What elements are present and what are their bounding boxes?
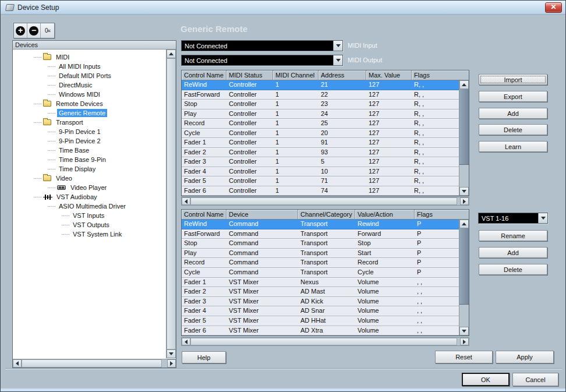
tree-item-vst-audiobay[interactable]: VST Audiobay [13, 192, 166, 202]
apply-button[interactable]: Apply [496, 351, 554, 363]
table-vertical-scrollbar[interactable] [459, 80, 469, 196]
table-row-fader-3[interactable]: Fader 3Controller15127R, , [182, 157, 459, 167]
scrollbar-thumb[interactable] [167, 58, 176, 349]
add-device-button[interactable]: + [14, 23, 27, 38]
bank-delete-button[interactable]: Delete [479, 264, 547, 275]
column-header-device[interactable]: Device [227, 210, 298, 220]
table-row-rewind[interactable]: ReWindController121127R, , [182, 80, 459, 90]
tree-item-time-display[interactable]: Time Display [13, 164, 166, 174]
table-row-stop[interactable]: StopCommandTransportStopP [182, 239, 459, 249]
midi-input-select[interactable]: Not Connected [181, 40, 343, 51]
scrollbar-thumb[interactable] [459, 89, 469, 165]
column-header-channel-category[interactable]: Channel/Category [298, 210, 355, 220]
scrollbar-thumb[interactable] [190, 338, 457, 345]
close-button[interactable]: ✕ [545, 2, 562, 13]
scroll-left-button[interactable] [182, 197, 190, 205]
tree-item-windows-midi[interactable]: Windows MIDI [13, 90, 166, 99]
tree-item-vst-outputs[interactable]: VST Outputs [13, 220, 166, 229]
scroll-right-button[interactable] [460, 197, 469, 205]
midi-mapping-horizontal-scrollbar[interactable] [181, 197, 469, 206]
scrollbar-track[interactable] [459, 165, 469, 187]
bank-rename-button[interactable]: Rename [479, 230, 547, 241]
scroll-up-button[interactable] [459, 220, 469, 228]
table-vertical-scrollbar[interactable] [459, 220, 469, 336]
help-button[interactable]: Help [182, 351, 226, 363]
table-row-fader-6[interactable]: Fader 6VST MixerAD XtraVolume, , [182, 326, 459, 336]
scrollbar-track[interactable] [459, 305, 469, 327]
column-header-flags[interactable]: Flags [412, 70, 469, 80]
table-row-fader-1[interactable]: Fader 1VST MixerNexusVolume, , [182, 278, 459, 288]
bank-select[interactable]: VST 1-16 [478, 213, 548, 224]
table-row-fader-2[interactable]: Fader 2Controller193127R, , [182, 148, 459, 158]
column-header-control-name[interactable]: Control Name [182, 210, 227, 220]
table-row-fader-5[interactable]: Fader 5Controller171127R, , [182, 176, 459, 186]
table-row-stop[interactable]: StopController123127R, , [182, 100, 459, 110]
table-row-fader-5[interactable]: Fader 5VST MixerAD HHatVolume, , [182, 316, 459, 326]
export-button[interactable]: Export [479, 91, 547, 102]
scroll-right-button[interactable] [460, 338, 469, 345]
bank-add-button[interactable]: Add [479, 247, 547, 258]
table-row-fader-3[interactable]: Fader 3VST MixerAD KickVolume, , [182, 297, 459, 307]
add-button[interactable]: Add [479, 108, 547, 119]
scrollbar-thumb[interactable] [190, 197, 457, 205]
tree-item-time-base-9-pin[interactable]: Time Base 9-Pin [13, 155, 166, 164]
column-header-control-name[interactable]: Control Name [182, 70, 227, 80]
table-row-fader-6[interactable]: Fader 6Controller174127R, , [182, 186, 459, 196]
table-row-fader-1[interactable]: Fader 1Controller191127R, , [182, 138, 459, 148]
scroll-down-button[interactable] [167, 349, 176, 358]
control-assignment-horizontal-scrollbar[interactable] [181, 337, 469, 346]
tree-item-vst-inputs[interactable]: VST Inputs [13, 211, 166, 220]
scroll-right-button[interactable] [167, 359, 176, 368]
table-row-fader-2[interactable]: Fader 2VST MixerAD MastVolume, , [182, 287, 459, 297]
learn-button[interactable]: Learn [479, 141, 547, 152]
table-row-cycle[interactable]: CycleController120127R, , [182, 129, 459, 139]
tree-item-9-pin-device-1[interactable]: 9-Pin Device 1 [13, 127, 166, 136]
chevron-down-icon[interactable] [333, 55, 342, 65]
tree-item-vst-system-link[interactable]: VST System Link [13, 229, 166, 239]
tree-item-transport[interactable]: Transport [13, 118, 166, 127]
chevron-down-icon[interactable] [538, 213, 547, 223]
collapse-tree-button[interactable]: 0« [41, 23, 54, 38]
table-row-rewind[interactable]: ReWindCommandTransportRewindP [182, 220, 459, 229]
column-header-max-value[interactable]: Max. Value [366, 70, 412, 80]
column-header-midi-status[interactable]: MIDI Status [227, 70, 273, 80]
column-header-midi-channel[interactable]: MIDI Channel [273, 70, 319, 80]
tree-item-generic-remote[interactable]: Generic Remote [13, 108, 166, 118]
remove-device-button[interactable]: − [27, 23, 41, 38]
scroll-down-button[interactable] [459, 327, 469, 336]
table-row-cycle[interactable]: CycleCommandTransportCycleP [182, 268, 459, 278]
device-tree-vertical-scrollbar[interactable] [166, 50, 176, 358]
scrollbar-thumb[interactable] [22, 359, 162, 368]
midi-output-select[interactable]: Not Connected [181, 55, 343, 66]
column-header-address[interactable]: Address [319, 70, 366, 80]
scroll-up-button[interactable] [459, 80, 469, 89]
device-tree-horizontal-scrollbar[interactable] [13, 359, 176, 368]
table-row-play[interactable]: PlayCommandTransportStartP [182, 249, 459, 259]
tree-item-time-base[interactable]: Time Base [13, 146, 166, 155]
scrollbar-track[interactable] [162, 359, 167, 368]
scroll-up-button[interactable] [167, 50, 176, 58]
table-row-play[interactable]: PlayController124127R, , [182, 110, 459, 119]
tree-item-default-midi-ports[interactable]: Default MIDI Ports [13, 71, 166, 80]
table-row-fader-4[interactable]: Fader 4Controller110127R, , [182, 167, 459, 177]
tree-item-remote-devices[interactable]: Remote Devices [13, 99, 166, 108]
table-row-fader-4[interactable]: Fader 4VST MixerAD SnarVolume, , [182, 306, 459, 316]
import-button[interactable]: Import [479, 74, 547, 85]
delete-button[interactable]: Delete [479, 124, 547, 135]
reset-button[interactable]: Reset [435, 351, 493, 363]
tree-item-midi[interactable]: MIDI [13, 52, 166, 62]
tree-item-asio-multimedia-driver[interactable]: ASIO Multimedia Driver [13, 202, 166, 211]
scroll-left-button[interactable] [182, 338, 190, 345]
scroll-down-button[interactable] [459, 187, 469, 196]
tree-item-9-pin-device-2[interactable]: 9-Pin Device 2 [13, 136, 166, 146]
tree-item-video[interactable]: Video [13, 174, 166, 183]
ok-button[interactable]: OK [462, 373, 510, 386]
table-row-fastforward[interactable]: FastForwardCommandTransportForwardP [182, 229, 459, 239]
table-row-record[interactable]: RecordCommandTransportRecordP [182, 258, 459, 268]
column-header-value-action[interactable]: Value/Action [355, 210, 415, 220]
tree-item-all-midi-inputs[interactable]: All MIDI Inputs [13, 62, 166, 71]
table-row-fastforward[interactable]: FastForwardController122127R, , [182, 90, 459, 100]
column-header-flags[interactable]: Flags [415, 210, 469, 220]
tree-item-video-player[interactable]: Video Player [13, 183, 166, 192]
cancel-button[interactable]: Cancel [512, 373, 558, 386]
